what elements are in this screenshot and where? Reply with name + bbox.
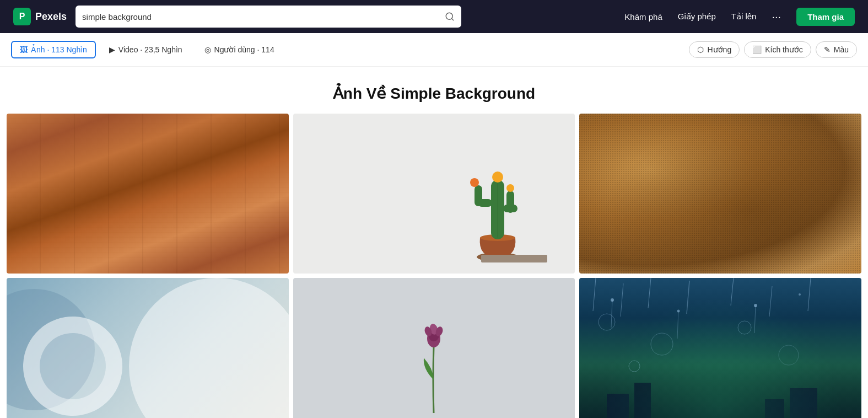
- photo-card-5[interactable]: [293, 278, 575, 418]
- tab-anh-label: Ảnh · 113 Nghìn: [31, 45, 87, 54]
- svg-rect-8: [506, 191, 514, 213]
- logo[interactable]: P Pexels: [13, 8, 67, 25]
- photo-card-1[interactable]: [7, 114, 289, 274]
- search-button[interactable]: [445, 12, 455, 22]
- filter-kichthuoc[interactable]: ⬜ Kích thước: [744, 41, 811, 58]
- nav-more[interactable]: ···: [772, 10, 781, 23]
- video-icon: ▶: [109, 45, 115, 54]
- svg-rect-6: [475, 185, 482, 206]
- svg-point-9: [492, 172, 503, 183]
- mau-icon: ✎: [824, 45, 831, 54]
- page-title-area: Ảnh Về Simple Background: [0, 67, 868, 114]
- huong-label: Hướng: [707, 45, 731, 54]
- nav-kham-pha[interactable]: Khám phá: [624, 12, 662, 22]
- photo-card-2[interactable]: [293, 114, 575, 274]
- tab-video-label: Video · 23,5 Nghìn: [118, 45, 182, 54]
- search-bar: [76, 6, 461, 28]
- svg-point-11: [506, 184, 514, 192]
- tab-video[interactable]: ▶ Video · 23,5 Nghìn: [100, 41, 191, 58]
- photo-icon: 🖼: [20, 45, 28, 54]
- svg-line-1: [452, 18, 454, 20]
- page-title: Ảnh Về Simple Background: [0, 84, 868, 103]
- cactus-svg: [454, 136, 542, 262]
- tabs-row: 🖼 Ảnh · 113 Nghìn ▶ Video · 23,5 Nghìn ◎…: [0, 33, 868, 67]
- mau-label: Màu: [834, 45, 849, 54]
- filter-huong[interactable]: ⬡ Hướng: [689, 41, 740, 58]
- svg-point-10: [470, 178, 479, 187]
- filters-right: ⬡ Hướng ⬜ Kích thước ✎ Màu: [689, 41, 857, 58]
- tab-anh[interactable]: 🖼 Ảnh · 113 Nghìn: [11, 41, 96, 58]
- huong-icon: ⬡: [697, 45, 704, 54]
- search-icon: [445, 12, 455, 22]
- logo-name: Pexels: [35, 11, 67, 23]
- kichthuoc-label: Kích thước: [765, 45, 803, 54]
- nav-tai-len[interactable]: Tải lên: [731, 12, 757, 22]
- navbar: P Pexels Khám phá Giấy phép Tải lên ··· …: [0, 0, 868, 33]
- user-icon: ◎: [204, 45, 211, 54]
- tab-nguoidung-label: Người dùng · 114: [214, 45, 274, 54]
- photo-card-6[interactable]: [579, 278, 861, 418]
- tab-nguoidung[interactable]: ◎ Người dùng · 114: [196, 41, 283, 58]
- filter-mau[interactable]: ✎ Màu: [816, 41, 857, 58]
- nav-giay-phep[interactable]: Giấy phép: [678, 12, 716, 22]
- nav-links: Khám phá Giấy phép Tải lên ··· Tham gia: [624, 8, 855, 26]
- photo-card-4[interactable]: [7, 278, 289, 418]
- search-input[interactable]: [82, 12, 445, 22]
- logo-icon: P: [13, 8, 31, 25]
- join-button[interactable]: Tham gia: [796, 8, 855, 26]
- flower-svg: [412, 292, 456, 418]
- photo-card-3[interactable]: [579, 114, 861, 274]
- kichthuoc-icon: ⬜: [752, 45, 762, 54]
- photo-grid: [0, 114, 868, 418]
